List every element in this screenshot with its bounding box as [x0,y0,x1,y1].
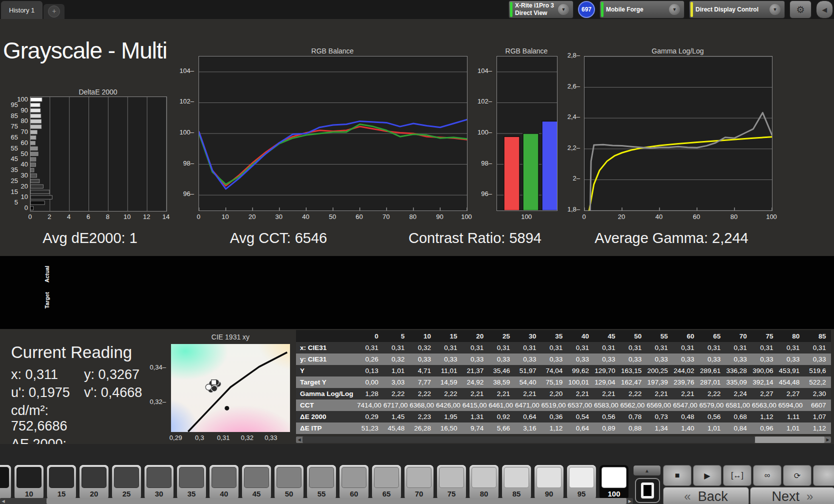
row-label: y: CIE31 [296,354,357,365]
table-row: x: CIE310,310,310,320,310,310,310,310,31… [296,342,831,354]
gamma-chart [584,56,772,211]
scrollbar-thumb[interactable] [46,498,626,504]
step-button-40[interactable]: 40 [210,465,238,500]
table-cell: 0,96 [752,422,778,434]
table-cell: 1,01 [384,365,410,376]
next-button[interactable]: Next » [750,487,834,504]
step-button-85[interactable]: 85 [502,465,531,500]
step-button-15[interactable]: 15 [47,465,76,500]
calibration-app: History 1 + X-Rite i1Pro 3 Direct View ▼… [0,0,834,504]
table-cell: 0,48 [673,411,700,422]
step-button-55[interactable]: 55 [307,465,336,500]
y-tick-label: 102– [478,98,492,105]
table-row: Y0,131,014,7111,0121,3735,4651,9774,0499… [296,365,831,376]
table-row: ΔE ITP51,2345,4826,2816,509,745,663,161,… [296,422,831,434]
chevrons-left-icon: « [684,490,690,504]
summary-stat: Avg CCT: 6546 [230,230,328,246]
table-cell: 0,31 [462,342,489,354]
step-label: 55 [307,490,336,498]
pattern-window-button[interactable] [635,478,660,503]
scroll-left-icon[interactable]: ◀ [0,498,6,504]
step-button-30[interactable]: 30 [144,465,174,500]
play-button[interactable]: ▶ [693,465,722,486]
column-header: 85 [804,330,831,342]
steps-expand-button[interactable]: ▲ [633,465,661,476]
steps-scrollbar[interactable]: ◀ ▶ [0,498,633,504]
step-button-45[interactable]: 45 [242,465,271,500]
continuous-button[interactable]: ∞ [753,465,782,486]
table-cell: 6607 [804,400,831,411]
history-tabs: History 1 + [1,1,64,19]
step-measure-button[interactable]: [↔] [723,465,752,486]
step-button-25[interactable]: 25 [112,465,141,500]
back-button[interactable]: « Back [663,487,749,504]
step-label: 5 [0,490,11,498]
table-cell: 21,37 [462,365,489,376]
step-button-100[interactable]: 100 [600,465,628,500]
step-button-10[interactable]: 10 [14,465,44,500]
display-control-button[interactable]: Direct Display Control ▼ [689,0,785,18]
step-label: 100 [600,490,628,498]
table-row: y: CIE310,260,320,330,330,330,330,330,33… [296,354,831,365]
y-tick-label: 96– [481,190,492,198]
table-cell: 2,21 [568,388,594,400]
step-button-75[interactable]: 75 [437,465,466,500]
scrollbar-thumb[interactable] [302,436,755,443]
step-button-35[interactable]: 35 [177,465,206,500]
table-cell: 4,71 [410,365,436,376]
refresh-button[interactable]: ⟳ [783,465,812,486]
x-tick-label: 60 [693,213,700,220]
table-cell: 1,28 [357,388,384,400]
scroll-right-icon[interactable]: ▶ [824,436,831,443]
collapse-panel-button[interactable]: ◀ [816,0,833,18]
step-button-70[interactable]: 70 [404,465,434,500]
step-button-80[interactable]: 80 [470,465,498,500]
settings-button[interactable]: ⚙ [790,0,812,18]
scroll-right-icon[interactable]: ▶ [626,498,633,504]
step-swatch [114,467,139,488]
table-cell: 1,12 [804,422,831,434]
display-control-name: Direct Display Control [696,6,766,14]
step-label: 85 [502,490,531,498]
table-cell: 0,73 [646,411,673,422]
row-label: x: CIE31 [296,342,357,354]
step-button-50[interactable]: 50 [274,465,304,500]
table-cell: 0,36 [542,411,568,422]
table-cell: 2,21 [673,388,700,400]
y-tick-label: 98– [183,160,194,167]
meter-select-button[interactable]: X-Rite i1Pro 3 Direct View ▼ [508,0,574,18]
y-tick-label: 30 [21,172,28,179]
exposure-badge[interactable]: 697 [578,1,595,18]
table-cell: 2,21 [462,388,489,400]
table-cell: 75,19 [542,376,568,388]
indicator-button[interactable] [813,465,834,486]
step-button-20[interactable]: 20 [80,465,108,500]
source-select-button[interactable]: Mobile Forge ▼ [600,0,684,18]
step-button-5[interactable]: 5 [0,465,11,500]
table-scrollbar[interactable]: ◀ ▶ [296,436,831,443]
deltae-y-axis: 1009590858075706560555045403530252015105… [7,96,29,210]
table-cell: 2,22 [620,388,647,400]
tab-history-1[interactable]: History 1 [1,1,42,19]
table-cell: 0,33 [410,354,436,365]
table-cell: 0,31 [726,342,752,354]
table-cell: 0,31 [594,342,620,354]
step-button-60[interactable]: 60 [340,465,368,500]
step-button-65[interactable]: 65 [372,465,401,500]
x-tick-label: 0 [28,213,32,220]
table-cell: 1,12 [542,422,568,434]
table-cell: 0,31 [568,342,594,354]
stop-button[interactable]: ■ [663,465,692,486]
y-tick-label: 10 [21,193,28,200]
y-tick-label: 0,32– [150,398,166,406]
step-button-95[interactable]: 95 [567,465,596,500]
table-cell: 0,33 [568,354,594,365]
table-cell: 0,31 [673,342,700,354]
add-tab-button[interactable]: + [44,4,64,19]
step-button-90[interactable]: 90 [534,465,564,500]
x-tick-label: 0,31 [217,434,230,442]
table-cell: 2,27 [778,388,805,400]
scroll-left-icon[interactable]: ◀ [296,436,302,443]
table-cell: 2,20 [542,388,568,400]
measurement-table-grid: 0510152025303540455055606570758085x: CIE… [296,330,831,434]
